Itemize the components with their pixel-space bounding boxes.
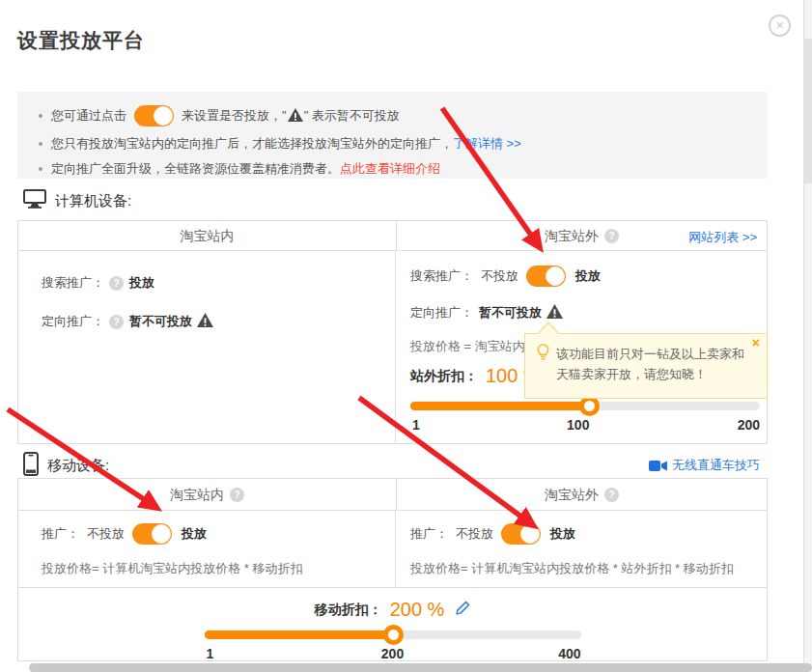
mobile-offsite-toggle[interactable]	[501, 523, 541, 545]
demo-toggle-switch[interactable]	[134, 105, 174, 126]
mobile-onsite-toggle[interactable]	[132, 523, 172, 545]
promo-label: 推广：	[410, 525, 448, 543]
computer-icon	[23, 189, 46, 212]
tooltip-close-icon[interactable]: ×	[752, 336, 760, 350]
promo-label: 推广：	[42, 525, 79, 543]
seller-level-tooltip: × 该功能目前只对一钻及以上卖家和天猫卖家开放，请您知晓！	[524, 333, 768, 399]
edit-pencil-icon[interactable]	[456, 601, 470, 619]
page-title: 设置投放平台	[17, 27, 145, 54]
slider-max-label: 400	[558, 646, 580, 661]
mobile-section-header: 移动设备:	[23, 452, 109, 480]
notice-text: " 表示暂不可投放	[304, 107, 400, 125]
mobile-offsite-cell: 推广： 不投放 投放 投放价格= 计算机淘宝站内投放价格 * 站外折扣 * 移动…	[396, 511, 767, 587]
bullet-dot	[39, 142, 42, 146]
bullet-dot	[39, 114, 42, 118]
pc-table: 淘宝站内 淘宝站外 ? 网站列表 >> 搜索推广： ? 投放 定向推广： ? 暂…	[17, 220, 768, 444]
help-icon[interactable]: ?	[604, 488, 619, 502]
notice-text: 来设置是否投放，"	[182, 107, 287, 125]
mobile-table-footer: 移动折扣： 200 % 1 200 400	[18, 587, 767, 660]
mobile-onsite-header: 淘宝站内 ?	[18, 479, 396, 511]
wireless-tips-link[interactable]: 无线直通车技巧	[649, 457, 760, 474]
notice-text: 您可通过点击	[51, 107, 126, 125]
details-intro-link[interactable]: 点此查看详细介绍	[340, 160, 440, 178]
pc-onsite-header: 淘宝站内	[18, 221, 396, 251]
help-icon[interactable]: ?	[109, 315, 124, 329]
help-icon[interactable]: ?	[109, 276, 124, 291]
target-promo-label: 定向推广：	[410, 304, 473, 322]
bulb-icon	[537, 344, 549, 384]
notice-box: 您可通过点击 来设置是否投放，" " 表示暂不可投放 您只有投放淘宝站内的定向推…	[17, 92, 768, 179]
mobile-onsite-price-formula: 投放价格= 计算机淘宝站内投放价格 * 移动折扣	[42, 560, 395, 577]
tooltip-text: 该功能目前只对一钻及以上卖家和天猫卖家开放，请您知晓！	[556, 344, 753, 384]
notice-line-toggle-hint: 您可通过点击 来设置是否投放，" " 表示暂不可投放	[39, 100, 768, 131]
pc-offsite-header: 淘宝站外 ? 网站列表 >>	[396, 221, 767, 251]
target-promo-label: 定向推广：	[42, 313, 104, 330]
toggle-on-label: 投放	[550, 525, 575, 543]
pc-onsite-search-row: 搜索推广： ? 投放	[42, 274, 395, 292]
mobile-onsite-cell: 推广： 不投放 投放 投放价格= 计算机淘宝站内投放价格 * 移动折扣	[18, 511, 396, 587]
horizontal-scrollbar-thumb[interactable]	[29, 663, 812, 672]
pc-section-label: 计算机设备:	[55, 192, 131, 210]
slider-mid-label: 100	[567, 417, 589, 433]
mobile-section-label: 移动设备:	[47, 457, 109, 475]
learn-more-link[interactable]: 了解详情 >>	[453, 135, 521, 153]
slider-min-label: 1	[412, 417, 420, 433]
slider-track[interactable]	[410, 402, 760, 410]
mobile-discount-label: 移动折扣：	[315, 602, 382, 619]
platform-settings-page: 设置投放平台 × 您可通过点击 来设置是否投放，" " 表示暂不可投放 您只有投…	[0, 0, 812, 672]
slider-min-label: 1	[207, 646, 214, 661]
mobile-discount-value: 200 %	[390, 599, 445, 621]
mobile-offsite-header-label: 淘宝站外	[545, 487, 599, 504]
offsite-discount-label: 站外折扣：	[410, 368, 478, 385]
toggle-on-label: 投放	[182, 525, 207, 543]
search-promo-label: 搜索推广：	[410, 267, 473, 285]
toggle-on-label: 投放	[575, 267, 601, 285]
target-promo-value: 暂不可投放	[479, 304, 542, 322]
slider-labels: 1 200 400	[205, 646, 581, 663]
slider-knob[interactable]	[579, 396, 600, 416]
pc-offsite-search-toggle[interactable]	[526, 266, 566, 287]
close-icon[interactable]: ×	[769, 14, 791, 37]
slider-knob[interactable]	[383, 625, 404, 645]
phone-icon	[23, 452, 39, 480]
notice-line-upgrade-hint: 定向推广全面升级，全链路资源位覆盖精准消费者。 点此查看详细介绍	[39, 156, 768, 182]
slider-track[interactable]	[205, 630, 581, 639]
pc-section-header: 计算机设备:	[23, 189, 131, 212]
mobile-table: 淘宝站内 ? 淘宝站外 ? 推广： 不投放 投放 投放价格= 计算机淘宝站内投放…	[17, 478, 768, 661]
pc-offsite-search-row: 搜索推广： 不投放 投放	[410, 266, 767, 287]
notice-line-target-hint: 您只有投放淘宝站内的定向推广后，才能选择投放淘宝站外的定向推广， 了解详情 >>	[39, 131, 768, 156]
offsite-discount-slider[interactable]: 1 100 200	[410, 402, 760, 434]
search-promo-value: 投放	[129, 274, 154, 292]
toggle-off-label: 不投放	[481, 267, 518, 285]
mobile-discount-slider[interactable]: 1 200 400	[205, 630, 581, 663]
mobile-table-header: 淘宝站内 ? 淘宝站外 ?	[18, 479, 767, 511]
wireless-tips-label: 无线直通车技巧	[672, 457, 760, 474]
slider-mid-label: 200	[381, 646, 404, 661]
pc-onsite-cell: 搜索推广： ? 投放 定向推广： ? 暂不可投放	[18, 251, 396, 443]
mobile-discount-line: 移动折扣： 200 %	[18, 599, 767, 621]
mobile-offsite-promo-row: 推广： 不投放 投放	[410, 523, 767, 545]
vertical-scrollbar-thumb[interactable]	[804, 39, 812, 183]
site-list-link[interactable]: 网站列表 >>	[688, 229, 757, 246]
mobile-onsite-header-label: 淘宝站内	[170, 487, 224, 504]
notice-text: 您只有投放淘宝站内的定向推广后，才能选择投放淘宝站外的定向推广，	[51, 135, 453, 153]
pc-onsite-target-row: 定向推广： ? 暂不可投放	[42, 313, 395, 330]
target-promo-value: 暂不可投放	[129, 313, 192, 330]
mobile-table-body: 推广： 不投放 投放 投放价格= 计算机淘宝站内投放价格 * 移动折扣 推广： …	[18, 511, 767, 587]
tooltip-pointer	[539, 323, 558, 334]
help-icon[interactable]: ?	[230, 488, 244, 502]
toggle-knob	[546, 266, 565, 286]
pc-offsite-header-label: 淘宝站外	[545, 228, 599, 245]
toggle-off-label: 不投放	[87, 525, 125, 543]
help-icon[interactable]: ?	[604, 229, 619, 243]
mobile-offsite-price-formula: 投放价格= 计算机淘宝站内投放价格 * 站外折扣 * 移动折扣	[410, 560, 767, 577]
toggle-knob	[520, 524, 540, 544]
slider-labels: 1 100 200	[410, 417, 760, 434]
bullet-dot	[39, 167, 42, 171]
warning-icon	[288, 108, 303, 125]
pc-table-header: 淘宝站内 淘宝站外 ? 网站列表 >>	[18, 221, 767, 251]
slider-fill	[410, 402, 589, 410]
pc-onsite-header-label: 淘宝站内	[181, 228, 235, 245]
toggle-knob	[152, 524, 171, 544]
video-camera-icon	[649, 460, 667, 472]
